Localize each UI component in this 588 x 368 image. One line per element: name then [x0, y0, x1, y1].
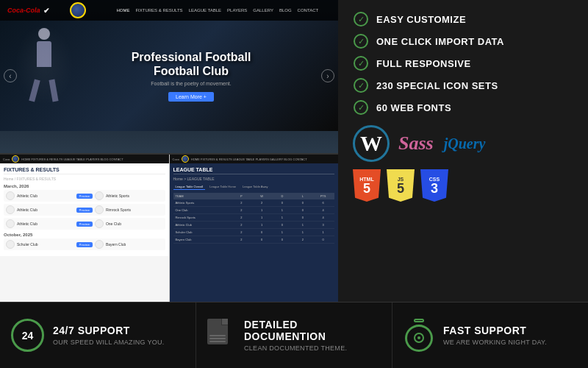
- hero-screenshot: Coca-Cola ✔ HOME FIXTURES & RESULTS LEAG…: [0, 0, 338, 155]
- league-l-2: 0: [293, 208, 312, 212]
- match-row-1: Athletic Club Preview Athletic Sports: [4, 190, 165, 202]
- league-row-5: Schuler Club 2 0 1 1 1: [173, 229, 335, 236]
- match-month-1: March, 2026: [4, 184, 165, 188]
- league-tab-away[interactable]: League Table Away: [240, 184, 270, 190]
- feature-text-3: FULL RESPONSIVE: [376, 58, 471, 69]
- match-badge-8: [95, 240, 104, 249]
- feature-one-click: ✓ ONE CLICK IMPORT DATA: [353, 33, 573, 49]
- col-p: P: [232, 194, 251, 198]
- tech-badges-row: HTML 5 JS 5 CSS 3: [353, 169, 573, 202]
- league-row-2: One Club 2 1 1 0 4: [173, 207, 335, 214]
- fast-support-title: FAST SUPPORT: [443, 325, 547, 336]
- js-badge: JS 5: [387, 169, 415, 202]
- nav-logo: Coca-Cola ✔: [7, 4, 51, 16]
- nav-links: HOME FIXTURES & RESULTS LEAGUE TABLE PLA…: [116, 8, 318, 13]
- tech-icons-row1: W Sass jQuery: [353, 125, 573, 162]
- match-away-2: Rimrock Sports: [106, 208, 163, 212]
- nav-players[interactable]: PLAYERS: [227, 8, 247, 13]
- nav-blog[interactable]: BLOG: [279, 8, 292, 13]
- match-row-4: Schuler Club Preview Bayern Club: [4, 238, 165, 250]
- nav-league[interactable]: LEAGUE TABLE: [189, 8, 221, 13]
- match-row-3: Athletic Club Preview One Club: [4, 218, 165, 230]
- feature-icon-sets: ✓ 230 SPECIAL ICON SETS: [353, 77, 573, 93]
- sub-nav-league: Coca HOME FIXTURES & RESULTS LEAGUE TABL…: [170, 155, 339, 163]
- league-d-3: 1: [273, 216, 292, 219]
- stopwatch-icon: [404, 319, 434, 352]
- wordpress-icon: W: [353, 125, 390, 162]
- league-team-2: One Club: [176, 208, 230, 212]
- league-pts-4: 3: [314, 223, 332, 227]
- html5-number: 5: [363, 182, 370, 195]
- css3-badge: CSS 3: [420, 169, 448, 202]
- doc-icon: [207, 319, 235, 352]
- logo-nike: ✔: [43, 7, 49, 15]
- match-badge-3: [6, 205, 15, 214]
- nav-contact[interactable]: CONTACT: [298, 8, 319, 13]
- check-circle-5: ✓: [354, 100, 368, 115]
- right-panel: ✓ EASY CUSTOMIZE ✓ ONE CLICK IMPORT DATA…: [338, 0, 588, 302]
- check-icon-2: ✓: [353, 33, 369, 49]
- hero-text: Professional Football Football Club Foot…: [132, 50, 251, 102]
- league-d-5: 1: [273, 230, 292, 234]
- league-title: LEAGUE TABLE: [173, 167, 335, 174]
- sub-nav-links-text: HOME FIXTURES & RESULTS LEAGUE TABLE PLA…: [21, 158, 123, 161]
- league-w-6: 0: [253, 238, 271, 241]
- league-p-2: 2: [232, 208, 251, 212]
- check-circle-1: ✓: [354, 12, 368, 26]
- support-247-title: 24/7 SUPPORT: [53, 325, 165, 336]
- league-team-5: Schuler Club: [176, 230, 230, 234]
- league-team-3: Rimrock Sports: [176, 216, 230, 219]
- match-preview-1[interactable]: Preview: [76, 194, 93, 199]
- stopwatch-icon-wrap: [404, 319, 434, 352]
- col-pts: PTS: [314, 194, 332, 198]
- feature-text-1: EASY CUSTOMIZE: [376, 14, 466, 25]
- nav-gallery[interactable]: GALLERY: [253, 8, 273, 13]
- support-247-item: 24 24/7 SUPPORT OUR SPEED WILL AMAZING Y…: [0, 302, 196, 368]
- hero-title: Professional Football Football Club: [132, 50, 251, 78]
- league-tab-home[interactable]: League Table Home: [207, 184, 238, 190]
- wordpress-letter: W: [360, 131, 382, 156]
- match-badge-5: [6, 219, 15, 228]
- match-preview-4[interactable]: Preview: [76, 242, 93, 247]
- match-away-1: Athletic Sports: [106, 194, 163, 198]
- col-d: D: [273, 194, 292, 198]
- feature-text-4: 230 SPECIAL ICON SETS: [376, 80, 498, 91]
- league-row-3: Rimrock Sports 2 1 1 0 4: [173, 214, 335, 222]
- match-home-3: Athletic Club: [17, 222, 74, 226]
- feature-web-fonts: ✓ 60 WEB FONTS: [353, 99, 573, 116]
- left-panel: Coca-Cola ✔ HOME FIXTURES & RESULTS LEAG…: [0, 0, 338, 302]
- league-pts-2: 4: [314, 208, 332, 212]
- doc-page: [207, 319, 228, 344]
- hero-learn-more-button[interactable]: Learn More +: [168, 92, 214, 102]
- stopwatch-btn: [414, 319, 424, 322]
- league-team-6: Bayern Club: [176, 238, 230, 241]
- league-l-5: 1: [293, 230, 312, 234]
- league-row-6: Bayern Club 2 0 0 2 0: [173, 236, 335, 244]
- nav-fixtures[interactable]: FIXTURES & RESULTS: [135, 8, 182, 13]
- stopwatch-inner: [414, 333, 424, 343]
- league-l-6: 2: [293, 238, 312, 241]
- sub-nav-league-logo: Coca: [173, 158, 179, 161]
- match-row-2: Athletic Club Preview Rimrock Sports: [4, 204, 165, 216]
- match-away-4: Bayern Club: [106, 242, 163, 247]
- carousel-right-arrow[interactable]: ›: [321, 69, 334, 82]
- league-section: LEAGUE TABLE Home > LEAGUE TABLE League …: [170, 163, 339, 302]
- match-preview-3[interactable]: Preview: [76, 222, 93, 227]
- match-badge-6: [95, 219, 104, 228]
- support-247-subtitle: OUR SPEED WILL AMAZING YOU.: [53, 339, 165, 346]
- documentation-title: DETAILED DOCUMENTION: [244, 319, 381, 342]
- check-icon-4: ✓: [353, 77, 369, 93]
- match-month-2: October, 2025: [4, 233, 165, 237]
- hero-section: ‹ Professional Football Football Club Fo…: [0, 21, 338, 131]
- league-row-1: Athletic Sports 2 2 0 0 6: [173, 199, 335, 207]
- stopwatch-circle: [405, 325, 433, 352]
- league-p-6: 2: [232, 238, 251, 241]
- sub-logo-ball: [12, 155, 19, 163]
- check-icon-5: ✓: [353, 99, 369, 116]
- nav-home[interactable]: HOME: [116, 8, 129, 13]
- match-preview-2[interactable]: Preview: [76, 208, 93, 213]
- fast-support-item: FAST SUPPORT WE ARE WORKING NIGHT DAY.: [392, 302, 588, 368]
- hero-player: [15, 24, 74, 105]
- league-tab-overall[interactable]: League Table Overall: [173, 184, 206, 190]
- support-247-text: 24/7 SUPPORT OUR SPEED WILL AMAZING YOU.: [53, 325, 165, 346]
